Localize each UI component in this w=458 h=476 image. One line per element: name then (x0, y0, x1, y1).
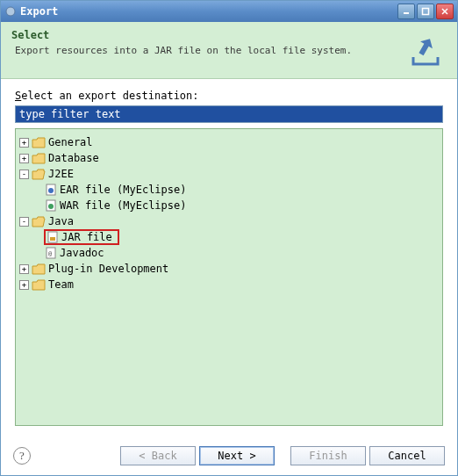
back-button: < Back (120, 446, 196, 465)
tree-node-label: Java (48, 215, 74, 227)
window-controls (397, 4, 454, 19)
expand-icon[interactable]: + (19, 138, 29, 148)
banner-text: Select Export resources into a JAR file … (11, 29, 404, 71)
app-icon (4, 5, 17, 18)
destination-label: Select an export destination: (15, 90, 443, 102)
next-button[interactable]: Next > (199, 446, 275, 465)
cancel-button[interactable]: Cancel (369, 446, 445, 465)
collapse-icon[interactable]: - (19, 217, 29, 227)
ear-file-icon (45, 184, 57, 196)
tree-node[interactable]: JAR file (19, 229, 439, 245)
titlebar[interactable]: Export (1, 1, 457, 22)
folder-icon (32, 153, 46, 164)
jar-file-icon (47, 231, 59, 243)
collapse-icon[interactable]: - (19, 169, 29, 179)
banner: Select Export resources into a JAR file … (1, 22, 457, 79)
tree-node[interactable]: @Javadoc (19, 245, 439, 261)
export-icon (404, 29, 447, 71)
tree-node[interactable]: -J2EE (19, 166, 439, 182)
export-dialog: Export Select Export resources into a JA… (0, 0, 458, 476)
close-button[interactable] (436, 4, 454, 19)
svg-rect-2 (423, 9, 429, 15)
tree-node-label: J2EE (48, 168, 74, 180)
tree-node[interactable]: EAR file (MyEclipse) (19, 182, 439, 198)
minimize-button[interactable] (397, 4, 415, 19)
tree-node[interactable]: +Database (19, 150, 439, 166)
folder-icon (32, 137, 46, 148)
tree-node-label: General (48, 136, 93, 148)
war-file-icon (45, 199, 57, 212)
tree-node-label: Javadoc (60, 247, 104, 259)
tree-node-label: Team (48, 278, 74, 291)
svg-point-8 (48, 204, 54, 209)
titlebar-title: Export (20, 5, 397, 18)
highlighted-node: JAR file (44, 229, 119, 245)
folder-icon (32, 263, 46, 275)
export-tree[interactable]: +General+Database-J2EEEAR file (MyEclips… (15, 128, 443, 426)
maximize-button[interactable] (417, 4, 434, 19)
tree-node-label: Plug-in Development (48, 263, 168, 275)
expand-icon[interactable]: + (19, 154, 29, 163)
banner-title: Select (11, 29, 404, 41)
tree-node-label: EAR file (MyEclipse) (60, 184, 187, 196)
banner-desc: Export resources into a JAR file on the … (15, 45, 404, 56)
svg-rect-10 (50, 237, 55, 241)
folder-icon (32, 279, 46, 291)
tree-node[interactable]: +Team (19, 277, 439, 292)
svg-point-0 (6, 7, 15, 16)
tree-node-label: JAR file (61, 231, 112, 243)
content: Select an export destination: +General+D… (1, 79, 457, 436)
folder-icon (32, 169, 46, 180)
help-button[interactable]: ? (13, 447, 31, 465)
tree-node[interactable]: +Plug-in Development (19, 261, 439, 277)
filter-input[interactable] (15, 105, 443, 123)
tree-node[interactable]: +General (19, 134, 439, 150)
svg-point-6 (48, 188, 54, 193)
folder-icon (32, 216, 46, 227)
tree-node-label: WAR file (MyEclipse) (60, 199, 187, 212)
expand-icon[interactable]: + (19, 264, 29, 274)
tree-node-label: Database (48, 152, 99, 164)
footer: ? < Back Next > Finish Cancel (1, 436, 457, 475)
tree-node[interactable]: -Java (19, 213, 439, 229)
expand-icon[interactable]: + (19, 280, 29, 290)
finish-button: Finish (290, 446, 366, 465)
doc-file-icon: @ (45, 247, 57, 259)
tree-node[interactable]: WAR file (MyEclipse) (19, 198, 439, 213)
